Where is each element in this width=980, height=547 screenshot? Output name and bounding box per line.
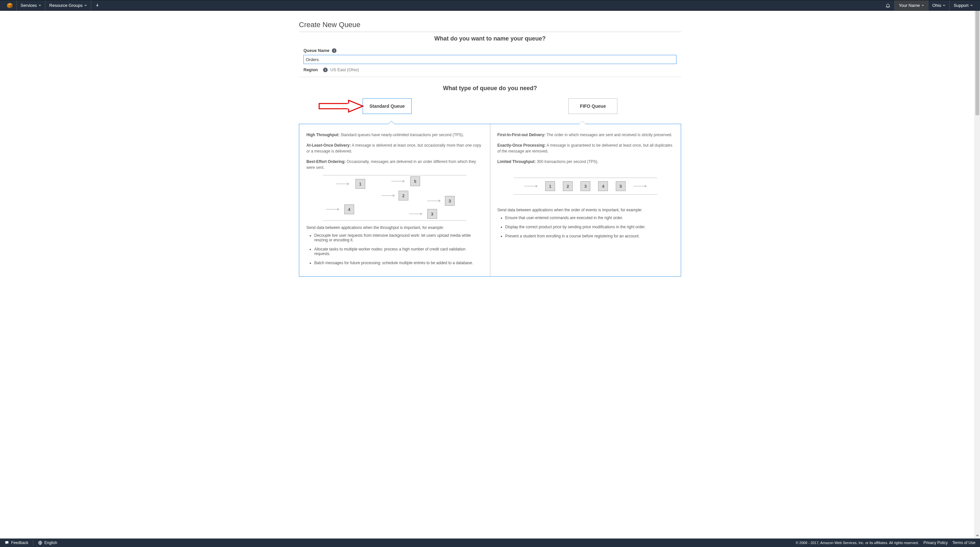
pin-icon <box>95 3 100 8</box>
diagram-box: 1 <box>545 181 555 191</box>
region-row: Region i US East (Ohio) <box>304 67 676 72</box>
nav-services-label: Services <box>21 3 37 8</box>
scroll-thumb[interactable] <box>975 11 979 115</box>
scrollbar[interactable] <box>974 11 980 296</box>
nav-services[interactable]: Services <box>17 0 45 10</box>
queue-type-row: Standard Queue FIFO Queue <box>299 98 681 114</box>
chevron-down-icon <box>921 5 924 6</box>
standard-panel: High Throughput: Standard queues have ne… <box>299 124 490 276</box>
chevron-down-icon <box>970 5 973 6</box>
arrow-icon <box>382 195 395 196</box>
arrow-icon <box>326 209 339 210</box>
list-item: Batch messages for future processing: sc… <box>314 261 483 265</box>
top-nav-left: Services Resource Groups <box>3 0 103 10</box>
fifo-feature-2: Exactly-Once Processing: A message is gu… <box>498 142 674 154</box>
list-item: Display the correct product price by sen… <box>505 225 674 229</box>
diagram-box: 1 <box>355 179 365 189</box>
svg-marker-4 <box>348 100 363 112</box>
divider <box>299 77 681 77</box>
standard-queue-button[interactable]: Standard Queue <box>363 98 412 114</box>
standard-feature-1: High Throughput: Standard queues have ne… <box>306 132 483 138</box>
fifo-feature-3: Limited Throughput: 300 transactions per… <box>498 159 674 165</box>
info-icon[interactable]: i <box>332 48 336 53</box>
page-title: Create New Queue <box>299 21 681 32</box>
page-content: Create New Queue What do you want to nam… <box>299 11 681 296</box>
arrow-icon <box>336 183 349 184</box>
chevron-down-icon <box>38 5 41 6</box>
fifo-use-list: Ensure that user-entered commands are ex… <box>498 216 674 239</box>
info-icon[interactable]: i <box>323 68 328 72</box>
annotation-arrow-icon <box>318 100 364 113</box>
standard-feature-2: At-Least-Once Delivery: A message is del… <box>306 142 483 154</box>
nav-account[interactable]: Your Name <box>895 0 928 10</box>
standard-feature-3: Best-Effort Ordering: Occasionally, mess… <box>306 159 483 170</box>
diagram-box: 2 <box>563 181 573 191</box>
list-item: Ensure that user-entered commands are ex… <box>505 216 674 220</box>
fifo-feature-1: First-In-First-out Delivery: The order i… <box>498 132 674 138</box>
standard-use-intro: Send data between applications when the … <box>306 225 483 230</box>
divider <box>299 32 681 32</box>
svg-rect-3 <box>319 103 348 109</box>
arrow-icon <box>524 186 538 186</box>
diagram-box: 3 <box>427 209 437 219</box>
nav-notifications[interactable] <box>881 0 894 10</box>
arrow-icon <box>633 186 646 186</box>
diagram-box: 3 <box>445 196 455 206</box>
nav-pin[interactable] <box>91 0 103 10</box>
chevron-down-icon <box>943 5 945 6</box>
aws-logo-icon[interactable] <box>6 2 13 9</box>
queue-name-input[interactable] <box>304 55 676 64</box>
top-nav-right: Your Name Ohio Support <box>881 0 977 10</box>
diagram-box: 4 <box>598 181 608 191</box>
chevron-down-icon <box>84 5 87 6</box>
diagram-box: 5 <box>616 181 625 191</box>
queue-type-panels: High Throughput: Standard queues have ne… <box>299 124 681 277</box>
nav-resource-groups[interactable]: Resource Groups <box>45 0 91 10</box>
nav-region-label: Ohio <box>932 3 941 8</box>
standard-use-list: Decouple live user requests from intensi… <box>306 233 483 265</box>
diagram-box: 2 <box>399 191 408 200</box>
standard-queue-label: Standard Queue <box>369 103 405 109</box>
fifo-use-intro: Send data between applications when the … <box>498 208 674 212</box>
diagram-box: 4 <box>344 204 354 214</box>
top-nav: Services Resource Groups Your Name Ohio … <box>0 0 980 11</box>
standard-diagram: 1 5 2 3 4 3 <box>323 175 466 221</box>
fifo-panel: First-In-First-out Delivery: The order i… <box>490 124 681 276</box>
nav-resource-groups-label: Resource Groups <box>49 3 83 8</box>
bell-icon <box>885 3 891 8</box>
nav-region[interactable]: Ohio <box>928 0 949 10</box>
queue-name-row: Queue Name i <box>304 48 676 64</box>
panel-pointer-icon <box>579 121 586 124</box>
nav-account-label: Your Name <box>899 3 920 8</box>
list-item: Allocate tasks to multiple worker nodes:… <box>314 247 483 256</box>
arrow-icon <box>427 200 440 201</box>
diagram-box: 3 <box>581 181 590 191</box>
region-value: US East (Ohio) <box>330 67 359 72</box>
name-heading: What do you want to name your queue? <box>299 35 681 42</box>
list-item: Prevent a student from enrolling in a co… <box>505 234 674 239</box>
arrow-icon <box>391 181 404 181</box>
nav-support[interactable]: Support <box>950 0 977 10</box>
fifo-queue-label: FIFO Queue <box>580 103 606 109</box>
nav-support-label: Support <box>953 3 969 8</box>
fifo-diagram: 1 2 3 4 5 <box>514 178 657 195</box>
region-label: Region <box>304 67 318 72</box>
arrow-icon <box>409 213 422 214</box>
diagram-box: 5 <box>410 177 420 186</box>
panel-pointer-icon <box>388 121 395 124</box>
svg-rect-5 <box>348 103 350 109</box>
queue-name-label: Queue Name <box>304 48 329 53</box>
fifo-queue-button[interactable]: FIFO Queue <box>568 98 617 114</box>
type-heading: What type of queue do you need? <box>299 85 681 92</box>
list-item: Decouple live user requests from intensi… <box>314 233 483 242</box>
